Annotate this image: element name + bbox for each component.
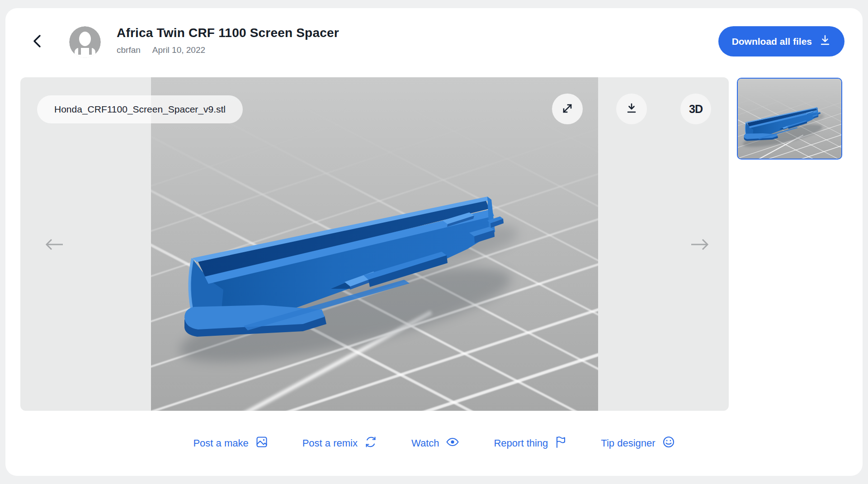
post-a-remix-label: Post a remix xyxy=(302,437,358,449)
publish-date: April 10, 2022 xyxy=(152,45,205,55)
left-arrow-icon xyxy=(45,238,64,253)
download-icon xyxy=(819,34,831,48)
flag-icon xyxy=(555,436,566,451)
page-title: Africa Twin CRF 1100 Screen Spacer xyxy=(117,25,339,41)
avatar[interactable] xyxy=(69,26,101,58)
model-render-canvas[interactable] xyxy=(151,77,598,411)
right-arrow-icon xyxy=(690,238,709,253)
smiley-icon xyxy=(662,436,675,451)
thing-card: Africa Twin CRF 1100 Screen Spacer cbrfa… xyxy=(5,8,863,476)
post-a-remix-link[interactable]: Post a remix xyxy=(302,436,377,451)
download-render-button[interactable] xyxy=(616,94,647,124)
back-button[interactable] xyxy=(28,33,46,51)
file-name-chip: Honda_CRF1100_Screen_Spacer_v9.stl xyxy=(37,95,243,123)
next-image-button[interactable] xyxy=(690,235,710,255)
byline: cbrfan April 10, 2022 xyxy=(117,45,339,55)
post-a-make-label: Post a make xyxy=(193,437,248,449)
previous-image-button[interactable] xyxy=(44,235,64,255)
download-all-files-button[interactable]: Download all files xyxy=(718,26,844,56)
page-root: { "header": { "title": "Africa Twin CRF … xyxy=(0,0,868,484)
report-thing-link[interactable]: Report thing xyxy=(494,436,566,451)
back-chevron-icon xyxy=(31,34,43,50)
actions-bar: Post a make Post a remix xyxy=(5,436,863,451)
eye-icon xyxy=(446,436,459,451)
report-thing-label: Report thing xyxy=(494,437,548,449)
post-a-make-link[interactable]: Post a make xyxy=(193,436,268,451)
author-link[interactable]: cbrfan xyxy=(117,45,141,55)
tip-designer-link[interactable]: Tip designer xyxy=(601,436,675,451)
3d-badge: 3D xyxy=(689,103,703,116)
watch-link[interactable]: Watch xyxy=(411,436,460,451)
image-icon xyxy=(255,436,268,451)
thumbnail-selected[interactable] xyxy=(737,78,842,160)
model-viewer: Honda_CRF1100_Screen_Spacer_v9.stl 3D xyxy=(20,77,729,411)
user-avatar-icon xyxy=(69,52,101,58)
fullscreen-button[interactable] xyxy=(552,94,583,124)
tip-designer-label: Tip designer xyxy=(601,437,655,449)
view-3d-button[interactable]: 3D xyxy=(680,94,711,124)
watch-label: Watch xyxy=(411,437,439,449)
title-block: Africa Twin CRF 1100 Screen Spacer cbrfa… xyxy=(117,25,339,55)
download-all-label: Download all files xyxy=(732,36,812,47)
remix-icon xyxy=(364,436,377,451)
download-arrow-icon xyxy=(624,101,639,117)
expand-diagonal-arrows-icon xyxy=(560,101,575,117)
